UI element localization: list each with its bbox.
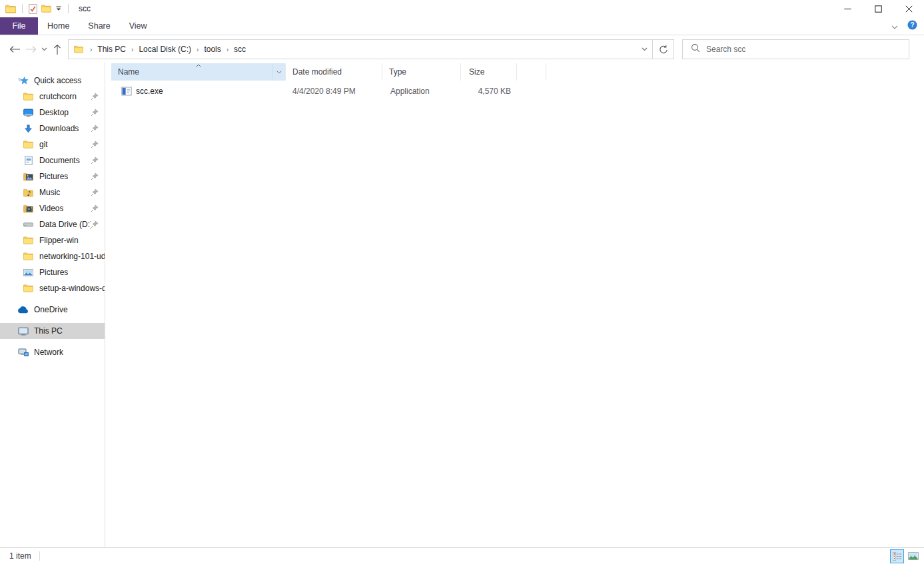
folder-icon (23, 236, 34, 244)
sidebar-item-data-drive-d[interactable]: Data Drive (D:) (0, 216, 105, 232)
qat-new-folder-button[interactable] (41, 5, 51, 13)
forward-button[interactable] (23, 40, 39, 59)
sidebar-item-label: Pictures (39, 172, 68, 181)
sidebar-item-desktop[interactable]: Desktop (0, 105, 105, 121)
divider (39, 551, 40, 561)
ribbon-right-controls: ? (891, 17, 924, 35)
sidebar-item-label: setup-a-windows-d (39, 284, 105, 293)
sidebar-item-pictures[interactable]: Pictures (0, 168, 105, 184)
breadcrumb-local-disk-c[interactable]: Local Disk (C:) (137, 45, 193, 54)
onedrive-cloud-icon (17, 306, 29, 314)
file-name: scc.exe (136, 87, 163, 96)
maximize-button[interactable] (863, 0, 893, 17)
status-bar: 1 item (0, 547, 924, 564)
sidebar-item-setup-a-windows[interactable]: setup-a-windows-d (0, 280, 105, 296)
videos-folder-icon (23, 204, 34, 213)
sidebar-item-label: This PC (34, 326, 63, 336)
pin-icon (91, 125, 99, 133)
search-input[interactable] (706, 45, 893, 54)
address-bar[interactable]: › This PC › Local Disk (C:) › tools › sc… (68, 39, 653, 59)
qat-customize-chevron-icon[interactable] (55, 6, 62, 11)
sidebar-item-label: Documents (39, 156, 80, 165)
folder-icon (23, 284, 34, 292)
file-explorer-window: scc File Home Share View ? (0, 0, 924, 564)
sidebar-item-label: git (39, 140, 48, 149)
sidebar-item-network[interactable]: Network (0, 344, 105, 360)
breadcrumb-scc[interactable]: scc (232, 45, 247, 54)
sidebar-item-label: Flipper-win (39, 236, 79, 245)
sidebar-item-onedrive[interactable]: OneDrive (0, 302, 105, 318)
pin-icon (91, 172, 99, 180)
drive-icon (23, 222, 34, 228)
details-view-button[interactable] (890, 549, 904, 563)
sidebar-item-label: OneDrive (34, 305, 68, 314)
sidebar-item-this-pc[interactable]: This PC (0, 323, 105, 339)
breadcrumb-separator: › (127, 46, 137, 53)
pin-icon (91, 93, 99, 101)
this-pc-monitor-icon (17, 327, 29, 336)
sidebar-item-quick-access[interactable]: Quick access (0, 73, 105, 89)
recent-locations-chevron-icon[interactable] (39, 40, 49, 59)
file-list-pane: Name Date modified Type Size (105, 63, 924, 547)
minimize-button[interactable] (832, 0, 863, 17)
sidebar-item-label: Quick access (34, 76, 81, 85)
sidebar-item-label: Videos (39, 204, 63, 213)
qat-properties-button[interactable] (29, 4, 37, 14)
refresh-button[interactable] (652, 39, 674, 59)
breadcrumb-separator: › (193, 46, 203, 53)
exe-file-icon (121, 87, 132, 96)
tab-share[interactable]: Share (79, 17, 119, 35)
ribbon-tab-bar: File Home Share View ? (0, 17, 924, 35)
sidebar-item-videos[interactable]: Videos (0, 200, 105, 216)
sidebar-item-documents[interactable]: Documents (0, 152, 105, 168)
music-folder-icon: ♪ (23, 188, 34, 197)
column-header-extra (517, 63, 546, 81)
expand-ribbon-chevron-icon[interactable] (891, 20, 898, 32)
sidebar-item-label: networking-101-ud (39, 252, 105, 261)
tab-home[interactable]: Home (38, 17, 79, 35)
sidebar-item-git[interactable]: git (0, 137, 105, 152)
tab-view[interactable]: View (120, 17, 157, 35)
sidebar-item-networking-101[interactable]: networking-101-ud (0, 248, 105, 264)
close-button[interactable] (893, 0, 924, 17)
sidebar-item-label: Music (39, 188, 60, 197)
sidebar-item-music[interactable]: ♪ Music (0, 184, 105, 200)
quick-access-toolbar: scc (5, 4, 91, 14)
window-title: scc (79, 4, 91, 13)
breadcrumb-separator: › (86, 46, 96, 53)
sidebar-item-label: Pictures (39, 268, 68, 277)
large-icons-view-button[interactable] (906, 549, 920, 563)
up-button[interactable] (49, 40, 65, 59)
search-box[interactable] (682, 39, 909, 59)
column-header-type[interactable]: Type (382, 63, 461, 81)
file-row-scc-exe[interactable]: scc.exe 4/4/2020 8:49 PM Application 4,5… (111, 84, 924, 99)
search-icon (691, 43, 700, 55)
tab-file[interactable]: File (0, 17, 38, 35)
sort-ascending-icon (195, 64, 201, 67)
pin-icon (91, 141, 99, 148)
folder-icon (23, 93, 34, 101)
desktop-icon (23, 109, 34, 117)
divider (68, 4, 69, 13)
sidebar-item-flipper-win[interactable]: Flipper-win (0, 232, 105, 248)
back-button[interactable] (7, 40, 23, 59)
breadcrumb-tools[interactable]: tools (203, 45, 222, 54)
folder-icon (74, 45, 83, 53)
app-folder-icon[interactable] (5, 5, 16, 13)
sidebar-item-downloads[interactable]: Downloads (0, 121, 105, 137)
address-dropdown-chevron-icon[interactable] (636, 40, 652, 59)
name-filter-chevron-icon[interactable] (272, 63, 285, 81)
column-headers: Name Date modified Type Size (111, 63, 924, 81)
downloads-icon (23, 125, 34, 133)
sidebar-item-pictures-2[interactable]: Pictures (0, 264, 105, 280)
help-icon[interactable]: ? (907, 20, 917, 33)
breadcrumb-this-pc[interactable]: This PC (96, 45, 127, 54)
column-header-date-modified[interactable]: Date modified (286, 63, 382, 81)
column-header-size[interactable]: Size (461, 63, 517, 81)
item-count: 1 item (9, 551, 31, 561)
pin-icon (91, 220, 99, 228)
navigation-pane: Quick access crutchcorn Desktop (0, 63, 105, 547)
sidebar-item-label: Downloads (39, 124, 79, 133)
column-header-name[interactable]: Name (111, 63, 286, 81)
sidebar-item-crutchcorn[interactable]: crutchcorn (0, 89, 105, 105)
